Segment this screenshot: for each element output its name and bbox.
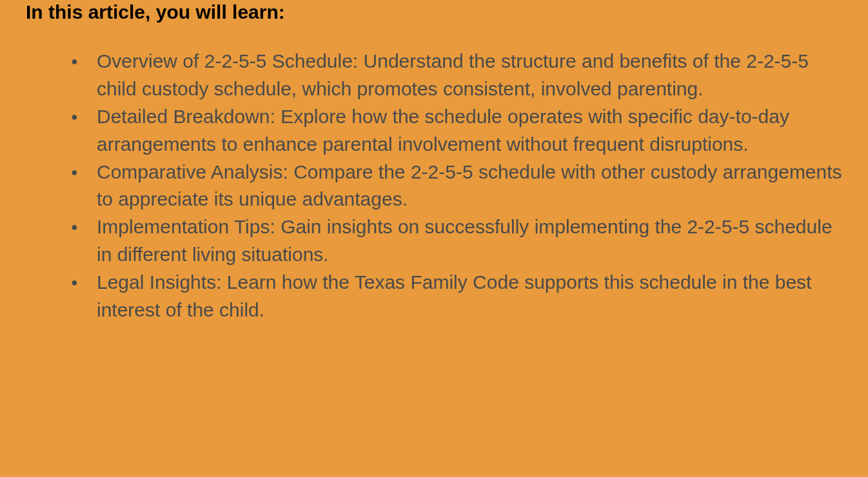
- list-item: Detailed Breakdown: Explore how the sche…: [71, 103, 842, 159]
- list-item: Comparative Analysis: Compare the 2-2-5-…: [71, 159, 842, 214]
- article-summary-box: In this article, you will learn: Overvie…: [0, 0, 868, 324]
- list-item: Legal Insights: Learn how the Texas Fami…: [71, 269, 842, 324]
- list-item: Implementation Tips: Gain insights on su…: [71, 213, 842, 269]
- summary-heading: In this article, you will learn:: [26, 1, 842, 23]
- list-item: Overview of 2-2-5-5 Schedule: Understand…: [71, 48, 842, 103]
- summary-list: Overview of 2-2-5-5 Schedule: Understand…: [26, 48, 842, 324]
